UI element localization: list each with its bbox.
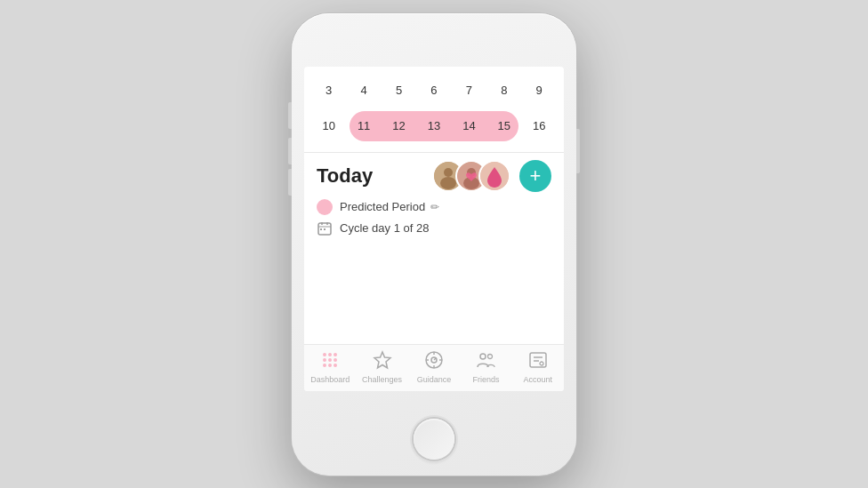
svg-point-19 (323, 364, 326, 367)
tab-bar: Dashboard Challenges (304, 345, 564, 391)
calendar: 3 4 5 6 7 8 9 10 11 12 13 14 15 (304, 67, 564, 152)
tab-dashboard[interactable]: Dashboard (304, 350, 356, 384)
dashboard-icon (320, 350, 340, 372)
svg-rect-11 (320, 228, 322, 230)
today-header: Today (317, 160, 551, 192)
today-section: Today (304, 153, 564, 344)
dashboard-label: Dashboard (310, 375, 350, 384)
edit-icon[interactable]: ✏ (430, 201, 439, 213)
svg-point-20 (328, 364, 332, 367)
phone-frame: 3 4 5 6 7 8 9 10 11 12 13 14 15 (292, 13, 576, 476)
phone-body: 3 4 5 6 7 8 9 10 11 12 13 14 15 (292, 13, 576, 476)
cal-day-highlighted[interactable]: 13 (418, 111, 450, 141)
cycle-day-label: Cycle day 1 of 28 (340, 221, 429, 235)
friends-icon (476, 350, 495, 372)
svg-point-13 (323, 353, 326, 356)
cal-day-highlighted[interactable]: 11 (348, 111, 380, 141)
guidance-icon (424, 350, 444, 372)
account-label: Account (524, 375, 553, 384)
predicted-period-label: Predicted Period (340, 200, 425, 213)
tab-friends[interactable]: Friends (460, 350, 511, 384)
cal-day-highlighted[interactable]: 12 (383, 111, 415, 141)
avatar-drop-img (480, 162, 509, 190)
cal-day[interactable]: 10 (313, 111, 345, 141)
calendar-row-1: 3 4 5 6 7 8 9 (311, 76, 557, 106)
cal-day[interactable]: 8 (488, 76, 520, 106)
today-actions: + (432, 160, 551, 192)
svg-point-34 (540, 362, 543, 365)
calendar-row-2: 10 11 12 13 14 15 16 (311, 111, 557, 141)
svg-line-28 (434, 357, 437, 360)
cal-day[interactable]: 5 (383, 76, 415, 106)
svg-point-15 (334, 353, 337, 356)
home-button[interactable] (414, 419, 454, 460)
avatar-drop[interactable] (478, 160, 510, 192)
svg-point-17 (328, 358, 332, 362)
tab-guidance[interactable]: Guidance (408, 350, 460, 384)
svg-point-18 (334, 358, 337, 362)
tab-account[interactable]: Account (512, 350, 564, 384)
svg-point-29 (480, 354, 486, 359)
cal-day[interactable]: 6 (418, 76, 450, 106)
svg-point-14 (328, 353, 332, 356)
friends-label: Friends (472, 375, 499, 384)
predicted-period-row: Predicted Period ✏ (317, 199, 551, 215)
svg-point-21 (334, 364, 337, 367)
period-dot (317, 199, 333, 215)
account-icon (528, 350, 548, 372)
cal-day[interactable]: 15 (488, 111, 520, 141)
svg-point-1 (444, 168, 453, 177)
svg-point-2 (440, 177, 456, 189)
svg-point-16 (323, 358, 326, 362)
avatar-stack (432, 160, 510, 192)
svg-rect-12 (324, 228, 326, 230)
today-title: Today (317, 164, 373, 188)
add-button[interactable]: + (519, 160, 551, 192)
cal-day[interactable]: 7 (453, 76, 485, 106)
app-screen: 3 4 5 6 7 8 9 10 11 12 13 14 15 (304, 67, 564, 391)
cal-day-highlighted[interactable]: 14 (453, 111, 485, 141)
svg-rect-31 (530, 353, 546, 367)
tab-challenges[interactable]: Challenges (356, 350, 407, 384)
challenges-label: Challenges (362, 375, 402, 384)
cycle-day-row: Cycle day 1 of 28 (317, 220, 551, 236)
challenges-icon (373, 350, 392, 372)
guidance-label: Guidance (417, 375, 452, 384)
cal-day[interactable]: 9 (523, 76, 555, 106)
cal-day[interactable]: 3 (313, 76, 345, 106)
svg-point-30 (488, 354, 493, 358)
cal-day[interactable]: 4 (348, 76, 380, 106)
cal-day[interactable]: 16 (523, 111, 555, 141)
calendar-icon (317, 220, 333, 236)
